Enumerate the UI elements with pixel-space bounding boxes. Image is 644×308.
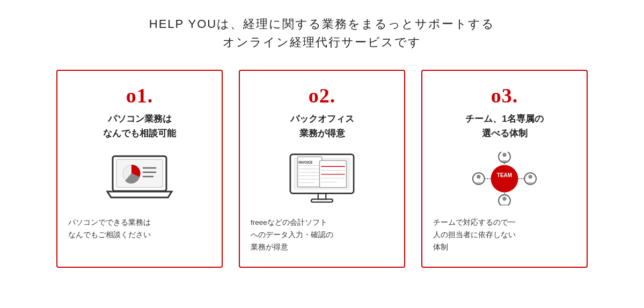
card-1: o1. パソコン業務はなんでも相談可能 xyxy=(56,70,223,268)
header: HELP YOUは、経理に関する業務をまるっとサポートする オンライン経理代行サ… xyxy=(149,16,495,50)
header-line1: HELP YOUは、経理に関する業務をまるっとサポートする xyxy=(149,16,495,32)
svg-rect-24 xyxy=(311,200,333,202)
svg-point-25 xyxy=(491,165,518,193)
card-3-desc: チームで対応するので一人の担当者に依存しない体制 xyxy=(433,217,576,254)
card-1-desc: パソコンでできる業務はなんでもご相談ください xyxy=(68,217,211,241)
card-3: o3. チーム、1名専属の選べる体制 TEAM xyxy=(421,70,588,268)
card-2-icon: INVOICE xyxy=(284,149,360,208)
card-2-title: バックオフィス業務が得意 xyxy=(290,112,354,141)
svg-text:TEAM: TEAM xyxy=(497,173,512,179)
card-3-title: チーム、1名専属の選べる体制 xyxy=(465,112,543,141)
card-1-title: パソコン業務はなんでも相談可能 xyxy=(103,112,176,141)
card-3-number: o3. xyxy=(491,84,518,107)
card-2-number: o2. xyxy=(309,84,336,107)
card-1-icon xyxy=(102,149,177,208)
svg-text:INVOICE: INVOICE xyxy=(298,160,312,164)
cards-container: o1. パソコン業務はなんでも相談可能 xyxy=(40,70,604,268)
card-2-desc: freeeなどの会計ソフトへのデータ入力・確認の業務が得意 xyxy=(251,217,393,254)
svg-point-28 xyxy=(502,153,506,157)
svg-point-30 xyxy=(502,197,506,201)
card-2: o2. バックオフィス業務が得意 INVOICE xyxy=(239,70,405,268)
card-3-icon: TEAM xyxy=(467,149,542,208)
card-1-number: o1. xyxy=(126,84,153,107)
svg-rect-23 xyxy=(318,194,326,200)
svg-point-32 xyxy=(477,175,480,179)
header-line2: オンライン経理代行サービスです xyxy=(149,34,495,50)
svg-point-34 xyxy=(529,175,532,179)
